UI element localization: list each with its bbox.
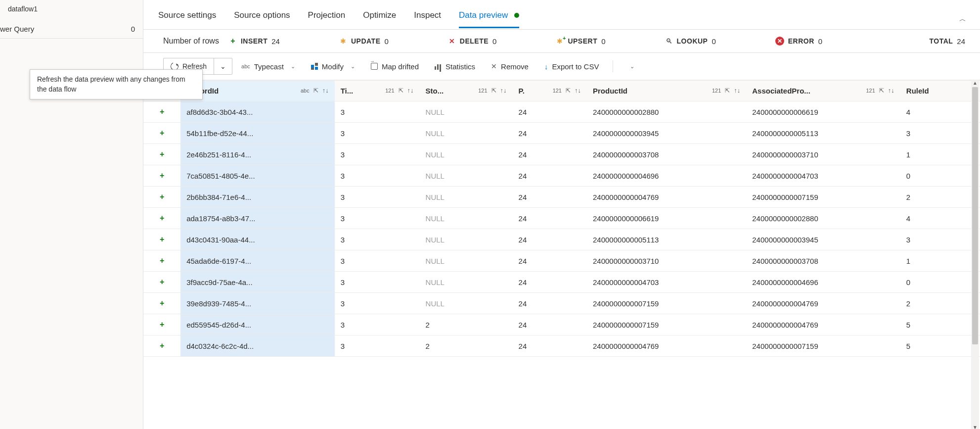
table-row[interactable]: +d43c0431-90aa-44...3NULL242400000000005… xyxy=(143,229,980,250)
table-row[interactable]: +af8d6d3c-3b04-43...3NULL242400000000002… xyxy=(143,101,980,123)
cell-ti: 3 xyxy=(335,123,420,144)
stat-lookup: 🔍︎ LOOKUP 0 xyxy=(665,37,716,46)
main-panel: Source settings Source options Projectio… xyxy=(143,0,980,429)
data-grid: ↑↓ RecordId abc⇱↑↓ Ti... 121⇱↑↓ Sto... 1… xyxy=(143,80,980,357)
col-header-recordid[interactable]: RecordId abc⇱↑↓ xyxy=(180,81,335,101)
cell-rule: 5 xyxy=(900,314,980,335)
error-icon: ✕ xyxy=(775,37,784,46)
modify-button[interactable]: Modify ⌄ xyxy=(304,58,362,75)
tab-inspect[interactable]: Inspect xyxy=(414,10,441,28)
column-action-icon[interactable]: ⇱ xyxy=(566,87,571,94)
sidebar-query-row[interactable]: wer Query 0 xyxy=(0,16,143,39)
col-label-p: P. xyxy=(519,87,525,95)
refresh-tooltip: Refresh the data preview with any change… xyxy=(30,69,203,99)
type-number-icon: 121 xyxy=(478,88,487,94)
insert-plus-icon: + xyxy=(160,171,164,180)
column-action-icon[interactable]: ⇱ xyxy=(313,87,318,94)
cell-ti: 3 xyxy=(335,229,420,250)
col-header-product[interactable]: ProductId 121⇱↑↓ xyxy=(587,81,746,101)
cell-recordid: 45ada6de-6197-4... xyxy=(180,250,335,272)
table-row[interactable]: +2b6bb384-71e6-4...3NULL2424000000000047… xyxy=(143,187,980,208)
cell-recordid: 39e8d939-7485-4... xyxy=(180,293,335,314)
modify-label: Modify xyxy=(322,62,344,71)
typecast-button[interactable]: abc Typecast ⌄ xyxy=(234,58,302,75)
tab-source-settings[interactable]: Source settings xyxy=(158,10,216,28)
stat-total: TOTAL 24 xyxy=(929,37,965,46)
table-row[interactable]: +ada18754-a8b3-47...3NULL242400000000006… xyxy=(143,208,980,229)
tab-projection[interactable]: Projection xyxy=(308,10,346,28)
col-header-p[interactable]: P. 121⇱↑↓ xyxy=(513,81,587,101)
table-row[interactable]: +2e46b251-8116-4...3NULL2424000000000037… xyxy=(143,144,980,165)
cell-product: 2400000000004703 xyxy=(587,272,746,293)
sidebar-query-label: wer Query xyxy=(0,25,34,33)
col-header-assoc[interactable]: AssociatedPro... 121⇱↑↓ xyxy=(746,81,900,101)
cell-sto: NULL xyxy=(420,101,513,123)
tab-data-preview[interactable]: Data preview xyxy=(459,10,519,28)
cell-ti: 3 xyxy=(335,144,420,165)
insert-plus-icon: + xyxy=(160,192,164,201)
vertical-scrollbar[interactable]: ▲ ▼ xyxy=(971,80,979,429)
column-action-icon[interactable]: ⇱ xyxy=(879,87,884,94)
more-button[interactable]: ⌄ xyxy=(620,59,641,74)
collapse-chevron-icon[interactable]: ︿ xyxy=(959,15,966,24)
cell-product: 2400000000004769 xyxy=(587,187,746,208)
cell-recordid: 7ca50851-4805-4e... xyxy=(180,165,335,187)
table-row[interactable]: +45ada6de-6197-4...3NULL2424000000000037… xyxy=(143,250,980,272)
refresh-dropdown-button[interactable]: ⌄ xyxy=(214,58,232,74)
tab-source-options[interactable]: Source options xyxy=(234,10,290,28)
stat-delete-value: 0 xyxy=(492,37,496,46)
row-op-cell: + xyxy=(143,165,180,187)
cell-recordid: 3f9acc9d-75ae-4a... xyxy=(180,272,335,293)
cell-assoc: 2400000000007159 xyxy=(746,187,900,208)
col-header-rule[interactable]: RuleId xyxy=(900,81,980,101)
cell-product: 2400000000005113 xyxy=(587,229,746,250)
sort-icon[interactable]: ↑↓ xyxy=(888,87,894,94)
sort-icon[interactable]: ↑↓ xyxy=(734,87,740,94)
sort-icon[interactable]: ↑↓ xyxy=(575,87,581,94)
col-header-sto[interactable]: Sto... 121⇱↑↓ xyxy=(420,81,513,101)
stat-update: ✱ UPDATE 0 xyxy=(339,37,389,46)
stats-bar: Number of rows + INSERT 24 ✱ UPDATE 0 ✕ … xyxy=(143,30,980,53)
type-number-icon: 121 xyxy=(553,88,562,94)
sort-icon[interactable]: ↑↓ xyxy=(322,87,329,94)
table-row[interactable]: +39e8d939-7485-4...3NULL2424000000000071… xyxy=(143,293,980,314)
scrollbar-thumb[interactable] xyxy=(972,87,978,344)
statistics-button[interactable]: Statistics xyxy=(428,58,482,75)
cell-sto: NULL xyxy=(420,208,513,229)
scroll-up-icon[interactable]: ▲ xyxy=(971,80,979,86)
modify-icon xyxy=(311,63,318,70)
cell-rule: 0 xyxy=(900,272,980,293)
table-row[interactable]: +3f9acc9d-75ae-4a...3NULL242400000000004… xyxy=(143,272,980,293)
chevron-down-icon: ⌄ xyxy=(220,62,226,70)
column-action-icon[interactable]: ⇱ xyxy=(725,87,730,94)
scroll-down-icon[interactable]: ▼ xyxy=(971,425,979,429)
cell-recordid: 2e46b251-8116-4... xyxy=(180,144,335,165)
sort-icon[interactable]: ↑↓ xyxy=(407,87,414,94)
remove-icon: ✕ xyxy=(491,62,497,70)
cell-rule: 2 xyxy=(900,293,980,314)
stat-update-label: UPDATE xyxy=(351,37,381,45)
cell-rule: 4 xyxy=(900,101,980,123)
x-icon: ✕ xyxy=(448,37,456,45)
remove-button[interactable]: ✕ Remove xyxy=(484,58,535,75)
table-row[interactable]: +54b11fbe-d52e-44...3NULL242400000000003… xyxy=(143,123,980,144)
export-button[interactable]: ↓ Export to CSV xyxy=(537,58,606,75)
tab-data-preview-label: Data preview xyxy=(459,10,508,20)
dataflow-title[interactable]: dataflow1 xyxy=(0,2,143,16)
cell-p: 24 xyxy=(513,144,587,165)
table-row[interactable]: +7ca50851-4805-4e...3NULL242400000000004… xyxy=(143,165,980,187)
cell-assoc: 2400000000003708 xyxy=(746,250,900,272)
col-header-ti[interactable]: Ti... 121⇱↑↓ xyxy=(335,81,420,101)
stat-update-value: 0 xyxy=(384,37,388,46)
stat-insert-label: INSERT xyxy=(241,37,267,45)
sort-icon[interactable]: ↑↓ xyxy=(500,87,507,94)
map-drifted-button[interactable]: Map drifted xyxy=(364,58,426,75)
cell-assoc: 2400000000004696 xyxy=(746,272,900,293)
tab-optimize[interactable]: Optimize xyxy=(363,10,396,28)
table-row[interactable]: +d4c0324c-6c2c-4d...32242400000000004769… xyxy=(143,335,980,357)
cell-rule: 5 xyxy=(900,335,980,357)
table-row[interactable]: +ed559545-d26d-4...322424000000000071592… xyxy=(143,314,980,335)
column-action-icon[interactable]: ⇱ xyxy=(399,87,403,94)
insert-plus-icon: + xyxy=(160,320,164,329)
column-action-icon[interactable]: ⇱ xyxy=(491,87,496,94)
